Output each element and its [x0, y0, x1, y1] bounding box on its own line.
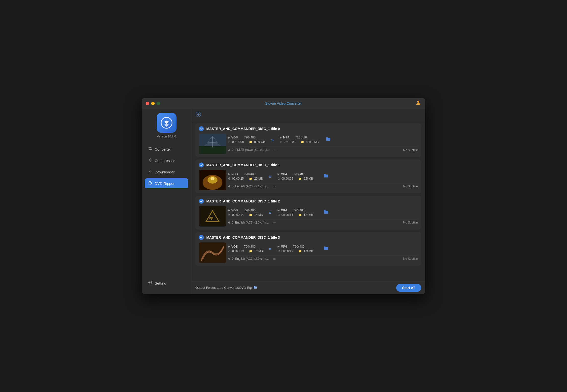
- logo-image: [157, 113, 177, 133]
- folder-button-2[interactable]: [323, 209, 329, 216]
- dvd-item-0: MASTER_AND_COMMANDER_DISC_1 title 0: [195, 123, 421, 157]
- thumbnail-1: [199, 170, 226, 190]
- thumbnail-2: cp: [199, 206, 226, 227]
- output-folder-icon[interactable]: [253, 285, 257, 290]
- item-body-3: ▶ VOB 720x480 ⏱ 00:00:19 📁: [199, 242, 418, 263]
- title-bar: Siovue Video Converter: [142, 98, 425, 109]
- output-format-3: ▶ MP4 720x480: [278, 245, 317, 248]
- audio-item-0: ⊕ 0: 日本語 (AC3) (5.1 ch) (3...: [228, 148, 270, 152]
- thumbnail-3: [199, 242, 226, 263]
- item-checkbox-0[interactable]: [199, 126, 204, 131]
- output-duration-2: ⏱ 00:00:14 📁 1.4 MB: [278, 213, 317, 217]
- item-checkbox-3[interactable]: [199, 235, 204, 240]
- subtitle-icon-0: ▭: [274, 148, 276, 152]
- item-body-0: ▶ VOB 720x480 ⏱ 02:18:08 📁: [199, 134, 418, 154]
- arrow-icon-3: »: [269, 246, 272, 252]
- content-area: MASTER_AND_COMMANDER_DISC_1 title 0: [191, 109, 425, 294]
- minimize-button[interactable]: [151, 102, 155, 105]
- meta-section-2: ▶ VOB 720x480 ⏱ 00:00:14 📁: [228, 209, 418, 224]
- input-duration-0: ⏱ 02:18:08 📁 8.29 GB: [228, 140, 265, 144]
- meta-row-1: ▶ VOB 720x480 ⏱ 00:00:25 📁: [228, 172, 418, 180]
- output-meta-3: ▶ MP4 720x480 ⏱ 00:00:19 📁: [278, 245, 317, 253]
- audio-item-3: ⊕ 0: English (AC3) (2.0 ch) (...: [228, 257, 269, 261]
- input-duration-2: ⏱ 00:00:14 📁 14 MB: [228, 213, 263, 217]
- svg-point-12: [211, 177, 214, 180]
- close-button[interactable]: [146, 102, 149, 105]
- meta-section-1: ▶ VOB 720x480 ⏱ 00:00:25 📁: [228, 172, 418, 188]
- folder-button-1[interactable]: [323, 173, 329, 180]
- toolbar: [191, 109, 425, 121]
- sub-row-3: ⊕ 0: English (AC3) (2.0 ch) (... ▭ No Su…: [228, 255, 418, 261]
- add-button[interactable]: [195, 111, 201, 119]
- sidebar-item-label: Compressor: [155, 159, 175, 163]
- bottom-bar: Output Folder: ...eo Converter/DVD Rip S…: [191, 281, 425, 294]
- output-label: Output Folder:: [195, 286, 216, 290]
- item-title-3: MASTER_AND_COMMANDER_DISC_1 title 3: [206, 235, 280, 239]
- sidebar-bottom: Setting: [145, 278, 188, 290]
- output-format-1: ▶ MP4 720x480: [278, 172, 317, 176]
- subtitle-1: No Subtitle: [403, 185, 418, 188]
- subtitle-icon-3: ▭: [273, 257, 276, 261]
- subtitle-icon-2: ▭: [273, 221, 276, 224]
- user-icon[interactable]: [415, 100, 421, 107]
- item-header-1: MASTER_AND_COMMANDER_DISC_1 title 1: [199, 163, 418, 167]
- meta-row-3: ▶ VOB 720x480 ⏱ 00:00:19 📁: [228, 245, 418, 253]
- compressor-icon: [148, 158, 152, 163]
- version-label: Version 10.2.0: [157, 135, 176, 138]
- item-title-0: MASTER_AND_COMMANDER_DISC_1 title 0: [206, 127, 280, 131]
- meta-row-2: ▶ VOB 720x480 ⏱ 00:00:14 📁: [228, 209, 418, 217]
- meta-section-0: ▶ VOB 720x480 ⏱ 02:18:08 📁: [228, 136, 418, 152]
- subtitle-icon-1: ▭: [273, 185, 276, 188]
- dvd-ripper-icon: [148, 181, 152, 186]
- sidebar-item-downloader[interactable]: Downloader: [145, 167, 188, 177]
- output-meta-1: ▶ MP4 720x480 ⏱ 00:00:25 📁: [278, 172, 317, 180]
- settings-icon: [148, 281, 152, 286]
- sidebar-item-dvd-ripper[interactable]: DVD Ripper: [145, 178, 188, 188]
- input-format-1: ▶ VOB 720x480: [228, 172, 263, 176]
- item-checkbox-2[interactable]: [199, 199, 204, 204]
- output-format-2: ▶ MP4 720x480: [278, 209, 317, 212]
- traffic-lights: [146, 102, 160, 105]
- svg-point-3: [150, 182, 151, 183]
- input-format-0: ▶ VOB 720x480: [228, 136, 265, 139]
- sub-row-0: ⊕ 0: 日本語 (AC3) (5.1 ch) (3... ▭ No Subti…: [228, 146, 418, 152]
- sidebar-item-label: Downloader: [155, 170, 175, 174]
- item-body-2: cp ▶ VOB 720x480: [199, 206, 418, 227]
- input-meta-2: ▶ VOB 720x480 ⏱ 00:00:14 📁: [228, 209, 263, 217]
- subtitle-0: No Subtitle: [403, 148, 418, 152]
- sidebar-item-setting[interactable]: Setting: [145, 278, 188, 288]
- output-path: ...eo Converter/DVD Rip: [217, 286, 252, 290]
- main-content: Version 10.2.0 Converter: [142, 109, 425, 294]
- sub-row-2: ⊕ 0: English (AC3) (2.0 ch) (... ▭ No Su…: [228, 219, 418, 224]
- input-duration-1: ⏱ 00:00:25 📁 25 MB: [228, 177, 263, 180]
- arrow-icon-0: »: [271, 137, 274, 143]
- dvd-item-3: MASTER_AND_COMMANDER_DISC_1 title 3: [195, 232, 421, 266]
- folder-button-0[interactable]: [325, 136, 331, 143]
- sidebar-item-label: Converter: [155, 147, 171, 151]
- audio-item-1: ⊕ 0: English (AC3) (5.1 ch) (...: [228, 185, 269, 188]
- maximize-button[interactable]: [157, 102, 160, 105]
- input-format-2: ▶ VOB 720x480: [228, 209, 263, 212]
- items-list: MASTER_AND_COMMANDER_DISC_1 title 0: [191, 121, 425, 281]
- item-checkbox-1[interactable]: [199, 163, 204, 167]
- sidebar-item-compressor[interactable]: Compressor: [145, 156, 188, 165]
- thumbnail-0: [199, 134, 226, 154]
- item-title-2: MASTER_AND_COMMANDER_DISC_1 title 2: [206, 199, 280, 203]
- subtitle-3: No Subtitle: [403, 257, 418, 261]
- item-title-1: MASTER_AND_COMMANDER_DISC_1 title 1: [206, 163, 280, 167]
- sidebar-item-label: DVD Ripper: [155, 181, 175, 186]
- app-logo: Version 10.2.0: [145, 113, 188, 138]
- svg-text:cp: cp: [209, 216, 213, 220]
- output-meta-2: ▶ MP4 720x480 ⏱ 00:00:14 📁: [278, 209, 317, 217]
- input-duration-3: ⏱ 00:00:19 📁 19 MB: [228, 249, 263, 253]
- input-meta-0: ▶ VOB 720x480 ⏱ 02:18:08 📁: [228, 136, 265, 144]
- window-title: Siovue Video Converter: [265, 101, 302, 105]
- sidebar-item-converter[interactable]: Converter: [145, 144, 188, 154]
- dvd-item-2: MASTER_AND_COMMANDER_DISC_1 title 2 cp: [195, 196, 421, 229]
- arrow-icon-1: »: [269, 173, 272, 179]
- sidebar: Version 10.2.0 Converter: [142, 109, 191, 294]
- output-format-0: ▶ MP4 720x480: [280, 136, 319, 139]
- app-window: Siovue Video Converter Version 10.2.0: [142, 98, 425, 294]
- start-all-button[interactable]: Start All: [396, 284, 421, 292]
- folder-button-3[interactable]: [323, 245, 329, 252]
